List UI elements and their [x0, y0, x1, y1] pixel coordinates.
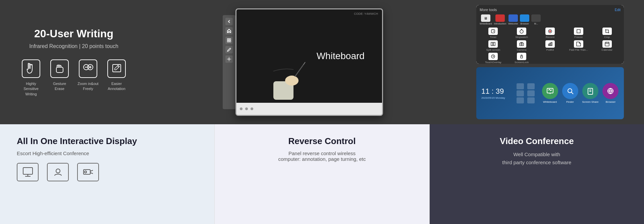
tool-record[interactable]: Record: [537, 28, 564, 39]
tools-grid-row3: TouchOverlay ScreenLock: [480, 53, 621, 64]
tools-grid-row2: Split screen Camera PollKit Fast Fi: [480, 40, 621, 52]
svg-rect-49: [23, 168, 33, 174]
app-icon-screenshare[interactable]: Screen Share: [582, 83, 599, 103]
feature-annotation-label: EasierAnnotation: [108, 81, 125, 92]
tool-pollkit-label: PollKit: [546, 48, 554, 52]
projector-icon: [82, 166, 94, 178]
svg-rect-11: [229, 41, 231, 42]
tool-split[interactable]: Split screen: [480, 40, 507, 52]
monitor-icon: [22, 166, 34, 178]
tool-timer-icon: [488, 28, 498, 35]
tool-record-icon: [545, 28, 555, 35]
svg-rect-6: [113, 64, 121, 72]
app-welcome[interactable]: Welcome: [508, 14, 518, 25]
allinone-subtitle: Escort High-efficient Conference: [17, 150, 198, 156]
tool-screenlock[interactable]: ScreenLock: [508, 53, 535, 64]
app-browser[interactable]: Browser: [520, 14, 529, 25]
hand-writing-illustration: [263, 51, 317, 101]
bottom-section: All In One Interactive Display Escort Hi…: [0, 124, 644, 224]
app-circle-screenshare: [582, 83, 598, 99]
tool-camera[interactable]: Camera: [508, 40, 535, 52]
app-more[interactable]: M...: [531, 14, 541, 25]
tool-freeze[interactable]: Freeze: [565, 28, 592, 39]
app-icons-row: Whiteboard Finder Screen S: [542, 83, 619, 103]
mini-app-2[interactable]: [527, 83, 535, 89]
tool-timer-label: Timer: [490, 36, 496, 39]
tool-camera-icon: [517, 40, 526, 48]
svg-point-52: [56, 169, 60, 173]
tool-timer[interactable]: Timer: [480, 28, 507, 39]
allinone-title: All In One Interactive Display: [17, 136, 198, 146]
tool-camera-label: Camera: [517, 48, 526, 52]
app-whiteboard[interactable]: 🖥 WhiteBoard: [480, 14, 492, 25]
tool-filetrans-icon: [574, 40, 583, 48]
toolbar-dot-1: [240, 107, 243, 110]
tool-stopwatch-icon: [517, 28, 526, 35]
edit-button[interactable]: Edit: [615, 8, 621, 12]
time-display: 11 : 39: [481, 87, 508, 96]
mini-app-1[interactable]: [517, 83, 524, 89]
svg-rect-9: [229, 39, 231, 40]
pen-icon-box: [107, 59, 126, 78]
screenshot-launcher: 11 : 39 2023/05/15 Monday: [476, 67, 624, 119]
svg-point-29: [521, 44, 522, 45]
feature-sensitive-label: HighlySensitive Writing: [20, 81, 42, 97]
app-circle-finder: [562, 83, 578, 99]
mini-app-5[interactable]: [517, 97, 524, 103]
svg-rect-31: [550, 43, 551, 46]
tool-filetrans[interactable]: Fast File Tran...: [565, 40, 592, 52]
tool-stopwatch-label: Stopwatch: [516, 36, 528, 39]
bottom-col-allinone: All In One Interactive Display Escort Hi…: [0, 124, 214, 224]
tool-calendar[interactable]: Calendar: [593, 40, 621, 52]
svg-point-24: [549, 31, 551, 32]
tool-calendar-icon: [602, 40, 612, 48]
videoconf-title: Video Conference: [500, 136, 574, 146]
mini-app-4[interactable]: [527, 90, 535, 96]
svg-point-14: [285, 76, 299, 86]
app-icon-browser[interactable]: Browser: [602, 83, 619, 103]
features-grid: HighlySensitive Writing GestureErase: [20, 59, 127, 97]
svg-rect-39: [547, 88, 553, 93]
feature-sensitive: HighlySensitive Writing: [20, 59, 42, 97]
app-label-finder: Finder: [566, 100, 574, 103]
left-panel: 20-User Writing Infrared Recognition | 2…: [20, 28, 127, 97]
more-tools-panel: More tools Edit 🖥 WhiteBoard Introductio…: [476, 5, 624, 64]
side-icon-back[interactable]: [225, 18, 233, 25]
app-icon-finder[interactable]: Finder: [562, 83, 578, 103]
app-icon-whiteboard[interactable]: Whiteboard: [542, 83, 558, 103]
tool-pollkit[interactable]: PollKit: [537, 40, 564, 52]
webcam-icon: [52, 166, 64, 178]
svg-point-12: [228, 58, 230, 60]
whiteboard-device: CODE: Y4WWCH W: [235, 8, 383, 116]
more-tools-header: More tools Edit: [480, 8, 621, 12]
top-section: 20-User Writing Infrared Recognition | 2…: [0, 0, 644, 124]
side-icon-grid[interactable]: [225, 37, 233, 44]
subtitle: Infrared Recognition | 20 points touch: [20, 43, 127, 49]
tool-crop[interactable]: Crop: [593, 28, 621, 39]
app-circle-browser: [602, 83, 619, 99]
launcher-panel: 11 : 39 2023/05/15 Monday: [476, 67, 624, 119]
app-intro[interactable]: Introduction: [494, 14, 506, 25]
bottom-col-videoconf: Video Conference Well Compatible withthi…: [430, 124, 644, 224]
svg-rect-32: [551, 42, 552, 46]
side-icon-pen[interactable]: [225, 46, 233, 53]
tool-touchoverlay[interactable]: TouchOverlay: [480, 53, 507, 64]
tool-split-label: Split screen: [486, 48, 500, 52]
main-container: 20-User Writing Infrared Recognition | 2…: [0, 0, 644, 224]
tool-stopwatch[interactable]: Stopwatch: [508, 28, 535, 39]
mini-app-6[interactable]: [527, 97, 535, 103]
reverse-title: Reverse Control: [288, 136, 356, 146]
tool-crop-label: Crop: [604, 36, 610, 39]
device-side-panel: [223, 15, 235, 109]
allinone-icon-projector: [77, 163, 99, 181]
mini-app-3[interactable]: [517, 90, 524, 96]
side-icon-settings[interactable]: [225, 55, 233, 63]
side-icon-home[interactable]: [225, 27, 233, 35]
whiteboard-code: CODE: Y4WWCH: [354, 12, 378, 15]
tool-touchoverlay-icon: [488, 53, 498, 60]
tool-crop-icon: [602, 28, 612, 35]
svg-line-15: [295, 64, 304, 76]
reverse-subtitle: Panel reverse control wirelesscomputer: …: [278, 150, 366, 162]
hand-icon-box: [22, 59, 40, 78]
toolbar-dot-3: [251, 107, 253, 110]
